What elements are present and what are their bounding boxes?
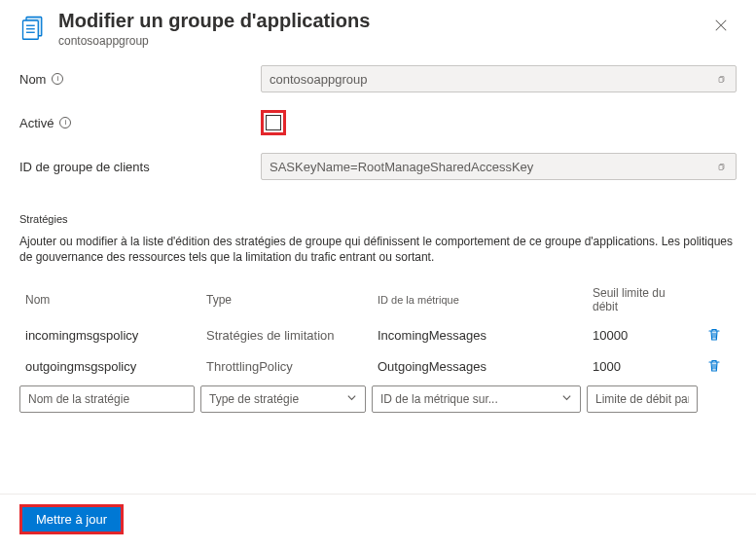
enabled-label: Activé [19,116,54,130]
highlight-enabled-checkbox [261,110,286,135]
row-metric-id: IncomingMessages [378,328,587,343]
new-strategy-metric-select[interactable]: ID de la métrique sur... [372,385,581,413]
close-button[interactable] [705,10,737,41]
strategies-table: Nom Type ID de la métrique Seuil limite … [19,280,737,413]
new-strategy-threshold-input[interactable] [587,385,698,413]
name-field: contosoappgroup [261,65,737,92]
update-button[interactable]: Mettre à jour [22,507,121,532]
select-placeholder: Type de stratégie [209,392,299,406]
name-label: Nom [19,72,46,87]
chevron-down-icon [346,392,357,406]
new-strategy-type-select[interactable]: Type de stratégie [200,385,366,413]
new-strategy-name-input[interactable] [19,385,195,413]
row-type: ThrottlingPolicy [206,359,372,374]
row-name: outgoingmsgspolicy [25,359,200,374]
th-type: Type [206,293,372,307]
row-type: Stratégies de limitation [206,328,372,343]
page-title: Modifier un groupe d'applications [58,10,370,32]
enabled-checkbox[interactable] [266,115,281,130]
svg-rect-1 [23,20,39,39]
client-group-id-value: SASKeyName=RootManageSharedAccessKey [270,160,533,174]
name-value: contosoappgroup [270,72,367,87]
client-group-id-label: ID de groupe de clients [19,160,150,174]
table-row: incomingmsgspolicy Stratégies de limitat… [19,319,737,350]
delete-row-button[interactable] [698,326,731,344]
svg-rect-6 [719,77,723,82]
th-threshold: Seuil limite du débit [593,286,692,313]
info-icon: i [59,117,71,128]
row-threshold: 1000 [593,359,692,374]
app-group-icon [19,14,47,41]
row-name: incomingmsgspolicy [25,328,200,343]
copy-name-button[interactable] [712,69,732,89]
select-placeholder: ID de la métrique sur... [380,392,498,406]
row-threshold: 10000 [593,328,692,343]
delete-row-button[interactable] [698,357,731,375]
strategies-section-title: Stratégies [19,213,737,225]
copy-client-group-button[interactable] [712,157,732,176]
highlight-submit-button: Mettre à jour [19,504,124,534]
table-row: outgoingmsgspolicy ThrottlingPolicy Outg… [19,350,737,382]
page-subtitle: contosoappgroup [58,34,370,48]
info-icon: i [52,73,63,85]
chevron-down-icon [561,392,572,406]
svg-rect-8 [719,165,723,169]
th-metric-id: ID de la métrique [378,294,587,306]
strategies-description: Ajouter ou modifier à la liste d'édition… [19,235,737,265]
client-group-id-field: SASKeyName=RootManageSharedAccessKey [261,153,737,180]
th-name: Nom [25,293,200,307]
row-metric-id: OutgoingMessages [378,359,587,374]
